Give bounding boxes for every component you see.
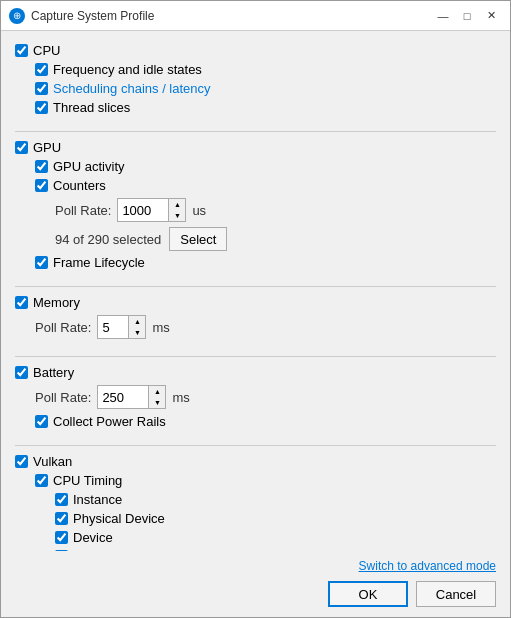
thread-slices-label: Thread slices	[53, 100, 130, 115]
frame-lifecycle-checkbox[interactable]	[35, 256, 48, 269]
physical-device-label: Physical Device	[73, 511, 165, 526]
gpu-divider	[15, 286, 496, 287]
counters-row: Counters	[35, 176, 496, 195]
gpu-spinner-buttons: ▲ ▼	[168, 199, 185, 221]
memory-header: Memory	[15, 293, 496, 312]
gpu-activity-checkbox[interactable]	[35, 160, 48, 173]
vulkan-checkbox[interactable]	[15, 455, 28, 468]
memory-section: Memory Poll Rate: ▲ ▼ ms	[15, 293, 496, 346]
thread-slices-checkbox[interactable]	[35, 101, 48, 114]
cpu-divider	[15, 131, 496, 132]
cpu-timing-checkbox[interactable]	[35, 474, 48, 487]
memory-divider	[15, 356, 496, 357]
memory-label: Memory	[33, 295, 80, 310]
frequency-label: Frequency and idle states	[53, 62, 202, 77]
collect-power-rails-label: Collect Power Rails	[53, 414, 166, 429]
frequency-row: Frequency and idle states	[35, 60, 496, 79]
gpu-activity-row: GPU activity	[35, 157, 496, 176]
memory-spinner-buttons: ▲ ▼	[128, 316, 145, 338]
selected-count: 94 of 290 selected	[55, 232, 161, 247]
cpu-label: CPU	[33, 43, 60, 58]
battery-poll-rate-unit: ms	[172, 390, 189, 405]
gpu-header: GPU	[15, 138, 496, 157]
switch-advanced-mode-link[interactable]: Switch to advanced mode	[359, 559, 496, 573]
gpu-label: GPU	[33, 140, 61, 155]
collect-power-rails-row: Collect Power Rails	[35, 412, 496, 431]
gpu-poll-rate-unit: us	[192, 203, 206, 218]
window-icon: ⊕	[9, 8, 25, 24]
vulkan-section: Vulkan CPU Timing Instance Physical Devi…	[15, 452, 496, 551]
frame-lifecycle-label: Frame Lifecycle	[53, 255, 145, 270]
memory-poll-rate-label: Poll Rate:	[35, 320, 91, 335]
gpu-activity-label: GPU activity	[53, 159, 125, 174]
scheduling-row: Scheduling chains / latency	[35, 79, 496, 98]
restore-button[interactable]: □	[456, 7, 478, 25]
vulkan-label: Vulkan	[33, 454, 72, 469]
device-label: Device	[73, 530, 113, 545]
titlebar: ⊕ Capture System Profile — □ ✕	[1, 1, 510, 31]
close-button[interactable]: ✕	[480, 7, 502, 25]
vulkan-header: Vulkan	[15, 452, 496, 471]
counters-select-row: 94 of 290 selected Select	[55, 225, 496, 253]
gpu-poll-rate-up[interactable]: ▲	[169, 199, 185, 210]
counters-checkbox[interactable]	[35, 179, 48, 192]
gpu-checkbox[interactable]	[15, 141, 28, 154]
battery-divider	[15, 445, 496, 446]
scheduling-checkbox[interactable]	[35, 82, 48, 95]
physical-device-row: Physical Device	[55, 509, 496, 528]
battery-children: Poll Rate: ▲ ▼ ms Collect Power Rails	[35, 382, 496, 431]
capture-system-profile-window: ⊕ Capture System Profile — □ ✕ CPU Frequ…	[0, 0, 511, 618]
device-row: Device	[55, 528, 496, 547]
instance-checkbox[interactable]	[55, 493, 68, 506]
memory-poll-rate-spinner: ▲ ▼	[97, 315, 146, 339]
gpu-section: GPU GPU activity Counters Poll Rate:	[15, 138, 496, 276]
instance-label: Instance	[73, 492, 122, 507]
device-checkbox[interactable]	[55, 531, 68, 544]
frame-lifecycle-row: Frame Lifecycle	[35, 253, 496, 272]
cpu-checkbox[interactable]	[15, 44, 28, 57]
scheduling-label: Scheduling chains / latency	[53, 81, 211, 96]
gpu-poll-rate-row: Poll Rate: ▲ ▼ us	[55, 195, 496, 225]
frequency-checkbox[interactable]	[35, 63, 48, 76]
memory-poll-rate-unit: ms	[152, 320, 169, 335]
cpu-children: Frequency and idle states Scheduling cha…	[35, 60, 496, 117]
counters-label: Counters	[53, 178, 106, 193]
select-button[interactable]: Select	[169, 227, 227, 251]
titlebar-buttons: — □ ✕	[432, 7, 502, 25]
battery-poll-rate-up[interactable]: ▲	[149, 386, 165, 397]
memory-poll-rate-down[interactable]: ▼	[129, 327, 145, 338]
gpu-children: GPU activity Counters Poll Rate: ▲ ▼	[35, 157, 496, 272]
battery-poll-rate-spinner: ▲ ▼	[97, 385, 166, 409]
battery-checkbox[interactable]	[15, 366, 28, 379]
memory-poll-rate-input[interactable]	[98, 316, 128, 338]
memory-children: Poll Rate: ▲ ▼ ms	[35, 312, 496, 342]
memory-poll-rate-row: Poll Rate: ▲ ▼ ms	[35, 312, 496, 342]
battery-poll-rate-row: Poll Rate: ▲ ▼ ms	[35, 382, 496, 412]
footer-top: Switch to advanced mode	[15, 559, 496, 573]
cpu-timing-row: CPU Timing	[35, 471, 496, 490]
memory-poll-rate-up[interactable]: ▲	[129, 316, 145, 327]
memory-checkbox[interactable]	[15, 296, 28, 309]
main-content: CPU Frequency and idle states Scheduling…	[1, 31, 510, 551]
battery-label: Battery	[33, 365, 74, 380]
cpu-section: CPU Frequency and idle states Scheduling…	[15, 41, 496, 121]
battery-spinner-buttons: ▲ ▼	[148, 386, 165, 408]
cpu-header: CPU	[15, 41, 496, 60]
footer: Switch to advanced mode OK Cancel	[1, 551, 510, 617]
gpu-poll-rate-down[interactable]: ▼	[169, 210, 185, 221]
gpu-poll-rate-spinner: ▲ ▼	[117, 198, 186, 222]
battery-poll-rate-input[interactable]	[98, 386, 148, 408]
minimize-button[interactable]: —	[432, 7, 454, 25]
cpu-timing-children: Instance Physical Device Device Queue	[55, 490, 496, 551]
ok-button[interactable]: OK	[328, 581, 408, 607]
battery-header: Battery	[15, 363, 496, 382]
vulkan-children: CPU Timing Instance Physical Device Devi…	[35, 471, 496, 551]
battery-poll-rate-down[interactable]: ▼	[149, 397, 165, 408]
gpu-poll-rate-input[interactable]	[118, 199, 168, 221]
physical-device-checkbox[interactable]	[55, 512, 68, 525]
collect-power-rails-checkbox[interactable]	[35, 415, 48, 428]
footer-buttons: OK Cancel	[15, 581, 496, 607]
gpu-poll-rate-label: Poll Rate:	[55, 203, 111, 218]
window-title: Capture System Profile	[31, 9, 432, 23]
cancel-button[interactable]: Cancel	[416, 581, 496, 607]
